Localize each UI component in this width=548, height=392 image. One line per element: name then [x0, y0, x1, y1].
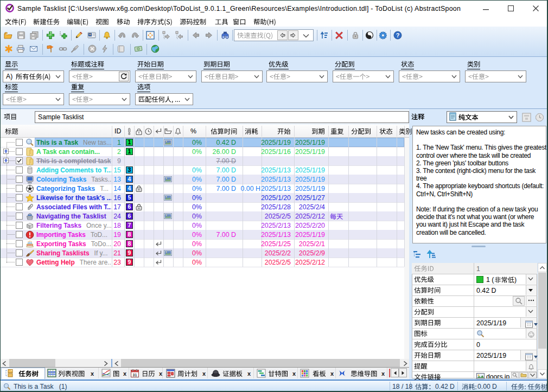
svg-text:31: 31 — [133, 373, 137, 377]
svg-text:?: ? — [396, 32, 400, 38]
